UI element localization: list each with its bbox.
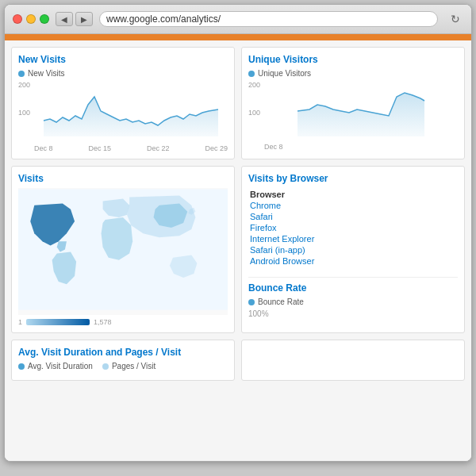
bounce-rate-section: Bounce Rate Bounce Rate 100% [248,277,458,318]
bounce-rate-legend: Bounce Rate [248,298,458,306]
unique-visitors-legend: Unique Visitors [248,69,458,78]
uv-x-labels: Dec 8 [264,138,283,152]
browser-row-safari: Safari [250,212,456,221]
pages-visit-dot [102,363,109,370]
browser-safari: Safari [250,212,456,221]
new-visits-title: New Visits [18,54,228,65]
minimize-button[interactable] [26,14,36,24]
visits-map-title: Visits [18,173,228,184]
new-visits-dot [18,71,25,77]
uv-x-label-dec8: Dec 8 [264,143,283,151]
back-button[interactable]: ◀ [56,12,73,26]
avg-visit-dot [18,363,25,370]
browser-chrome: Chrome [250,201,456,210]
unique-visitors-dot [248,71,255,77]
x-label-dec8: Dec 8 [34,144,53,152]
reload-button[interactable]: ↻ [447,11,463,27]
scale-max: 1,578 [94,318,112,326]
uv-y-label-100: 100 [248,109,260,117]
unique-visitors-chart [264,81,458,136]
browser-row-android: Android Browser [250,256,456,266]
scale-min: 1 [18,318,22,326]
bottom-row: Avg. Visit Duration and Pages / Visit Av… [11,340,465,381]
bounce-rate-y-label: 100% [248,309,458,318]
bounce-rate-title: Bounce Rate [248,282,458,294]
color-scale: 1 1,578 [18,318,228,326]
top-row: New Visits New Visits 200 100 [11,47,465,159]
browser-safari-inapp: Safari (in-app) [250,245,456,255]
x-label-dec22: Dec 22 [147,144,170,152]
world-map [18,188,228,311]
y-label-200: 200 [18,81,30,89]
maximize-button[interactable] [40,14,49,24]
browser-row-firefox: Firefox [250,223,456,232]
nav-buttons: ◀ ▶ [56,12,93,26]
browser-firefox: Firefox [250,223,456,232]
scale-bar [26,319,90,325]
browser-column-header: Browser [250,190,456,199]
map-container [18,188,228,315]
forward-button[interactable]: ▶ [75,12,93,26]
uv-y-label-200: 200 [248,81,260,89]
browser-window: ◀ ▶ www.google.com/analytics/ ↻ New Visi… [4,4,472,462]
traffic-lights [13,14,49,24]
new-visits-card: New Visits New Visits 200 100 [11,47,235,159]
browser-ie: Internet Explorer [250,234,456,244]
unique-visitors-title: Unique Visitors [248,54,458,65]
browser-table-header: Browser [250,190,456,199]
bottom-right-placeholder [241,340,465,381]
new-visits-legend: New Visits [18,69,228,78]
avg-visit-title: Avg. Visit Duration and Pages / Visit [18,347,228,358]
unique-visitors-card: Unique Visitors Unique Visitors 200 100 [241,47,465,159]
analytics-content: New Visits New Visits 200 100 [5,40,471,461]
new-visits-x-labels: Dec 8 Dec 15 Dec 22 Dec 29 [34,144,228,152]
browser-android: Android Browser [250,256,456,266]
close-button[interactable] [13,14,22,24]
middle-row: Visits [11,166,465,333]
visits-map-card: Visits [11,166,235,333]
avg-visit-card: Avg. Visit Duration and Pages / Visit Av… [11,340,235,381]
pages-per-visit-legend: Pages / Visit [102,362,155,370]
address-bar[interactable]: www.google.com/analytics/ [99,11,438,27]
analytics-header-bar [5,34,471,40]
x-label-dec29: Dec 29 [205,144,228,152]
avg-visit-legends: Avg. Visit Duration Pages / Visit [18,362,228,374]
browser-table: Browser Chrome Safari Firefox Internet E… [248,188,458,267]
url-text: www.google.com/analytics/ [106,13,221,25]
browser-row-ie: Internet Explorer [250,234,456,244]
new-visits-chart [34,81,228,136]
bounce-rate-dot [248,299,255,305]
browser-row-safari-inapp: Safari (in-app) [250,245,456,255]
avg-visit-duration-legend: Avg. Visit Duration [18,362,93,370]
x-label-dec15: Dec 15 [88,144,111,152]
browser-row-chrome: Chrome [250,201,456,210]
title-bar: ◀ ▶ www.google.com/analytics/ ↻ [5,5,471,34]
y-label-100: 100 [18,109,30,117]
visits-by-browser-title: Visits by Browser [248,173,458,184]
visits-by-browser-card: Visits by Browser Browser Chrome Safari … [241,166,465,333]
